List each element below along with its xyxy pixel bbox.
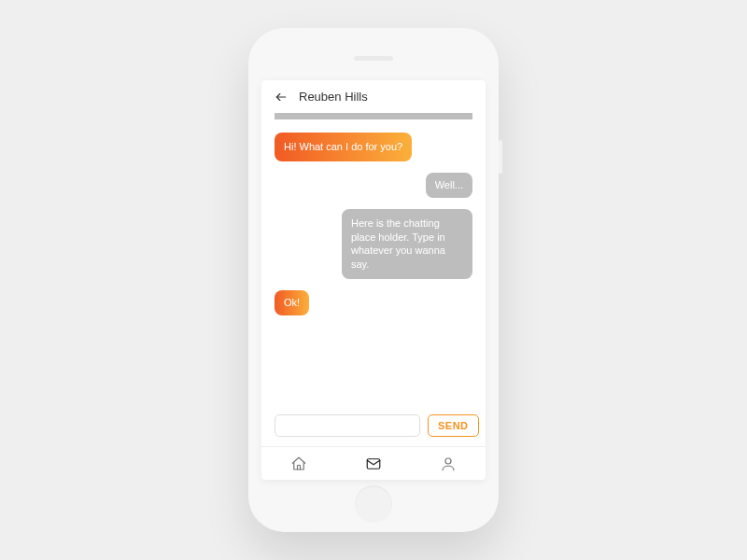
message-text: Here is the chatting place holder. Type … (351, 217, 445, 271)
svg-rect-1 (367, 458, 380, 469)
home-icon[interactable] (289, 455, 308, 473)
side-button (499, 140, 502, 174)
mail-icon[interactable] (364, 455, 383, 473)
header-divider (275, 113, 472, 119)
back-arrow-icon[interactable] (275, 91, 288, 104)
send-button[interactable]: SEND (428, 414, 479, 437)
message-list: Hi! What can I do for you? Well... Here … (261, 133, 486, 407)
message-text: Hi! What can I do for you? (284, 141, 402, 152)
profile-icon[interactable] (439, 455, 458, 473)
message-bubble-outgoing: Well... (426, 173, 472, 198)
phone-frame: Reuben Hills Hi! What can I do for you? … (248, 28, 499, 532)
message-input[interactable] (275, 414, 420, 437)
chat-title: Reuben Hills (299, 90, 368, 104)
message-bubble-incoming: Ok! (275, 290, 309, 315)
tab-bar (261, 446, 486, 480)
svg-point-2 (445, 458, 451, 464)
chat-header: Reuben Hills (261, 80, 486, 109)
message-bubble-outgoing: Here is the chatting place holder. Type … (342, 209, 472, 279)
home-button[interactable] (355, 485, 392, 523)
composer-bar: SEND (261, 407, 486, 446)
message-text: Well... (435, 179, 463, 190)
message-bubble-incoming: Hi! What can I do for you? (275, 133, 412, 161)
message-text: Ok! (284, 297, 300, 308)
speaker-slot (354, 56, 393, 61)
app-screen: Reuben Hills Hi! What can I do for you? … (261, 80, 486, 480)
